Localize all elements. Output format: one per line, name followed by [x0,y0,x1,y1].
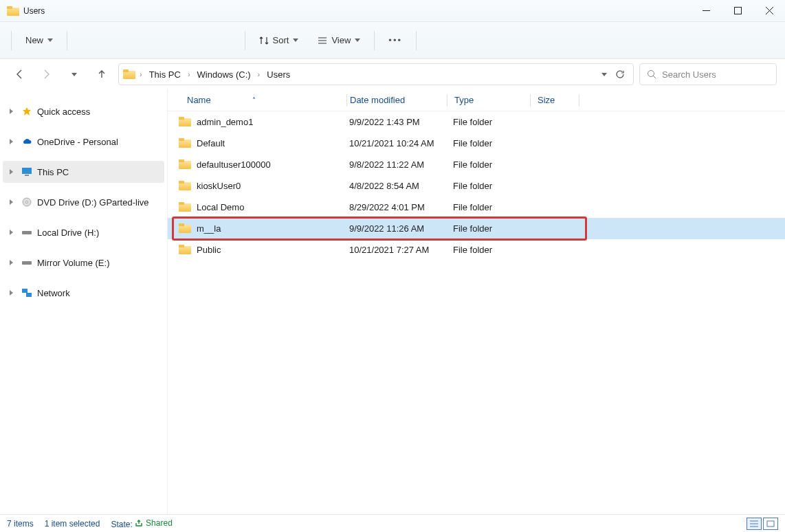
column-name[interactable]: Name ˄ [168,95,346,105]
address-bar[interactable]: › This PC › Windows (C:) › Users [118,63,634,85]
folder-icon [179,245,191,255]
svg-rect-1 [734,8,741,14]
svg-rect-17 [26,293,32,297]
file-type: File folder [446,138,529,148]
breadcrumb[interactable]: This PC [146,68,184,81]
column-name-label: Name [187,95,211,105]
expand-chevron-icon[interactable] [10,138,16,146]
file-name: kioskUser0 [197,181,241,191]
folder-icon [179,223,191,234]
new-label: New [25,35,43,45]
file-row[interactable]: m__la9/9/2022 11:26 AMFile folder [168,218,785,239]
thumbnails-view-button[interactable] [763,518,778,530]
title-bar: Users [0,0,785,22]
back-button[interactable] [8,63,30,85]
file-name: m__la [197,223,221,234]
monitor-icon [21,166,33,177]
navigation-pane: Quick access OneDrive - Personal This PC… [0,89,168,514]
forward-button[interactable] [36,63,58,85]
minimize-button[interactable] [690,0,722,22]
disc-icon [21,197,33,208]
expand-chevron-icon[interactable] [10,259,16,267]
window-title: Users [23,6,45,16]
file-type: File folder [446,181,529,191]
sidebar-item-label: Quick access [37,107,90,117]
file-row[interactable]: kioskUser04/8/2022 8:54 AMFile folder [168,175,785,197]
drive-icon [21,257,33,268]
crumb-chevron-icon: › [138,70,144,78]
file-date: 10/21/2021 10:24 AM [346,138,446,148]
folder-icon [179,202,191,212]
expand-chevron-icon[interactable] [10,229,16,236]
sort-icon [259,36,269,45]
address-bar-row: › This PC › Windows (C:) › Users Search … [0,59,785,89]
chevron-down-icon [355,38,360,42]
sidebar-item-network[interactable]: Network [3,282,164,304]
sidebar-item-onedrive[interactable]: OneDrive - Personal [3,131,164,153]
sidebar-item-label: DVD Drive (D:) GParted-live [37,197,149,208]
column-size[interactable]: Size [531,95,579,105]
breadcrumb[interactable]: Users [264,68,293,81]
crumb-chevron-icon: › [186,70,192,78]
more-button[interactable]: ••• [379,31,412,49]
file-row[interactable]: Local Demo8/29/2022 4:01 PMFile folder [168,197,785,218]
folder-icon [179,159,191,170]
file-date: 9/9/2022 11:26 AM [346,223,446,234]
view-button[interactable]: View [308,31,370,49]
sort-button[interactable]: Sort [250,31,309,49]
folder-icon [179,138,191,148]
svg-rect-16 [22,289,27,293]
up-button[interactable] [91,63,113,85]
search-input[interactable]: Search Users [639,63,777,85]
file-date: 8/29/2022 4:01 PM [346,202,446,212]
sort-label: Sort [273,35,289,45]
new-button[interactable]: New [16,31,63,49]
breadcrumb[interactable]: Windows (C:) [195,68,254,81]
expand-chevron-icon[interactable] [10,108,16,115]
svg-point-7 [648,71,654,77]
sidebar-item-quick-access[interactable]: Quick access [3,100,164,122]
chevron-down-icon [47,38,53,42]
status-selected-count: 1 item selected [45,519,100,529]
folder-icon [179,117,191,127]
crumb-chevron-icon: › [256,70,262,78]
refresh-icon[interactable] [615,69,625,79]
sidebar-item-label: Mirror Volume (E:) [37,258,109,268]
folder-icon [179,181,191,191]
sidebar-item-label: Local Drive (H:) [37,228,99,238]
expand-chevron-icon[interactable] [10,199,16,206]
sidebar-item-dvd-drive[interactable]: DVD Drive (D:) GParted-live [3,191,164,213]
file-type: File folder [446,245,529,255]
file-date: 10/21/2021 7:27 AM [346,245,446,255]
file-name: Local Demo [197,202,244,212]
column-date[interactable]: Date modified [347,95,447,105]
file-name: Public [197,245,221,255]
file-date: 9/9/2022 1:43 PM [346,117,446,127]
expand-chevron-icon[interactable] [10,168,16,176]
file-type: File folder [446,223,529,234]
close-button[interactable] [753,0,785,22]
file-row[interactable]: defaultuser1000009/8/2022 11:22 AMFile f… [168,154,785,175]
sidebar-item-local-drive[interactable]: Local Drive (H:) [3,221,164,243]
recent-locations-button[interactable] [63,63,85,85]
svg-rect-11 [25,175,29,176]
command-bar: New Sort View ••• [0,22,785,59]
column-type[interactable]: Type [447,95,530,105]
svg-rect-14 [22,231,32,234]
chevron-down-icon[interactable] [601,73,607,76]
chevron-down-icon [71,73,77,76]
search-placeholder: Search Users [662,69,716,80]
star-icon [21,106,33,117]
cloud-icon [21,136,33,147]
file-row[interactable]: Default10/21/2021 10:24 AMFile folder [168,133,785,154]
sidebar-item-label: OneDrive - Personal [37,137,118,147]
file-name: admin_demo1 [197,117,253,127]
status-item-count: 7 items [7,519,34,529]
expand-chevron-icon[interactable] [10,289,16,297]
file-row[interactable]: admin_demo19/9/2022 1:43 PMFile folder [168,111,785,133]
details-view-button[interactable] [747,518,762,530]
sidebar-item-this-pc[interactable]: This PC [3,161,164,183]
sidebar-item-mirror-volume[interactable]: Mirror Volume (E:) [3,252,164,274]
maximize-button[interactable] [722,0,753,22]
file-row[interactable]: Public10/21/2021 7:27 AMFile folder [168,239,785,261]
